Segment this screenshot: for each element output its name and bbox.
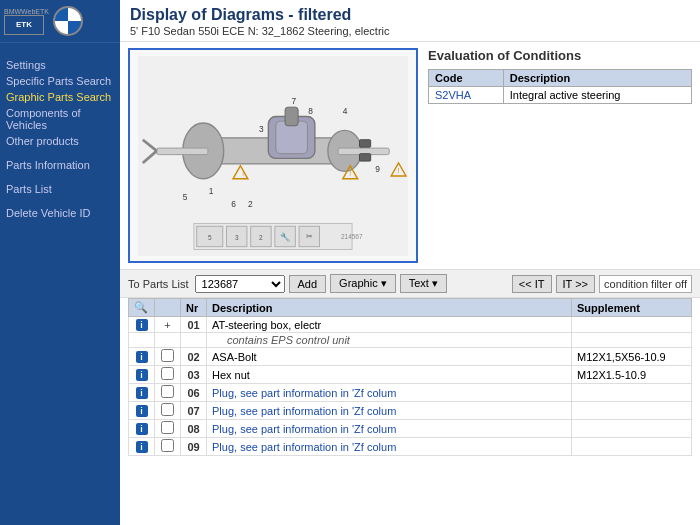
info-icon[interactable]: i: [136, 387, 148, 399]
part-nr: 07: [181, 402, 207, 420]
info-icon-cell: i: [129, 438, 155, 456]
sidebar: BMWWebETK ETK Settings Specific Parts Se…: [0, 0, 120, 525]
part-description: AT-steering box, electr: [207, 317, 572, 333]
col-supplement: Supplement: [572, 299, 692, 317]
part-supplement: [572, 384, 692, 402]
evaluation-panel: Evaluation of Conditions Code Descriptio…: [428, 48, 692, 263]
sidebar-item-components-of-vehicles[interactable]: Components of Vehicles: [0, 105, 120, 133]
checkbox-cell[interactable]: [155, 348, 181, 366]
main-content: Display of Diagrams - filtered 5' F10 Se…: [120, 0, 700, 525]
info-icon-cell: i: [129, 420, 155, 438]
row-checkbox[interactable]: [161, 367, 174, 380]
checkbox-cell[interactable]: [155, 366, 181, 384]
condition-filter: condition filter off: [599, 275, 692, 293]
table-row: i 03 Hex nut M12X1.5-10.9: [129, 366, 692, 384]
eval-col-description: Description: [503, 70, 691, 87]
checkbox-cell[interactable]: [155, 438, 181, 456]
svg-text:!: !: [349, 170, 351, 177]
row-checkbox[interactable]: [161, 439, 174, 452]
part-nr: 01: [181, 317, 207, 333]
checkbox-cell[interactable]: [155, 420, 181, 438]
part-description: Hex nut: [207, 366, 572, 384]
svg-rect-12: [360, 153, 371, 160]
diagram-image[interactable]: 7 8 3 5 1 6 2 9 4 ! ! !: [128, 48, 418, 263]
toolbar: To Parts List 123687 Add Graphic ▾ Text …: [120, 269, 700, 298]
table-row: i 07 Plug, see part information in 'Zf c…: [129, 402, 692, 420]
parts-table: 🔍 Nr Description Supplement i +: [128, 298, 692, 456]
table-row: i 08 Plug, see part information in 'Zf c…: [129, 420, 692, 438]
info-icon[interactable]: i: [136, 423, 148, 435]
nav-right-button[interactable]: IT >>: [556, 275, 595, 293]
nav-left-button[interactable]: << IT: [512, 275, 552, 293]
checkbox-cell[interactable]: [155, 384, 181, 402]
svg-text:1: 1: [209, 185, 214, 195]
info-icon[interactable]: i: [136, 351, 148, 363]
page-subtitle: 5' F10 Sedan 550i ECE N: 32_1862 Steerin…: [130, 25, 690, 37]
plus-icon[interactable]: +: [164, 319, 170, 331]
svg-rect-4: [157, 148, 208, 155]
sidebar-item-parts-list[interactable]: Parts List: [0, 181, 120, 197]
svg-text:5: 5: [183, 192, 188, 202]
logo-area: BMWWebETK ETK: [0, 0, 120, 43]
checkbox-cell: +: [155, 317, 181, 333]
part-supplement: [572, 402, 692, 420]
info-icon[interactable]: i: [136, 369, 148, 381]
etk-label: BMWWebETK: [4, 8, 49, 15]
parts-list-label: To Parts List: [128, 278, 189, 290]
svg-text:!: !: [242, 170, 244, 177]
evaluation-table: Code Description S2VHA Integral active s…: [428, 69, 692, 104]
part-supplement: M12X1.5-10.9: [572, 366, 692, 384]
part-description: Plug, see part information in 'Zf colum: [207, 438, 572, 456]
part-description: Plug, see part information in 'Zf colum: [207, 384, 572, 402]
row-checkbox[interactable]: [161, 385, 174, 398]
svg-text:3: 3: [235, 234, 239, 241]
parts-list-select[interactable]: 123687: [195, 275, 285, 293]
bmw-logo: [53, 6, 83, 36]
add-button[interactable]: Add: [289, 275, 327, 293]
table-sub-row: contains EPS control unit: [129, 333, 692, 348]
part-supplement: [572, 438, 692, 456]
parts-table-wrap: 🔍 Nr Description Supplement i +: [120, 298, 700, 456]
part-supplement: [572, 317, 692, 333]
part-nr: 03: [181, 366, 207, 384]
sidebar-item-other-products[interactable]: Other products: [0, 133, 120, 149]
eval-description: Integral active steering: [503, 87, 691, 104]
part-supplement: [572, 420, 692, 438]
row-checkbox[interactable]: [161, 349, 174, 362]
sidebar-item-parts-information[interactable]: Parts Information: [0, 157, 120, 173]
info-icon[interactable]: i: [136, 405, 148, 417]
svg-text:9: 9: [375, 164, 380, 174]
svg-text:🔧: 🔧: [280, 232, 291, 243]
table-row: i 06 Plug, see part information in 'Zf c…: [129, 384, 692, 402]
svg-text:3: 3: [259, 124, 264, 134]
col-nr: Nr: [181, 299, 207, 317]
info-icon[interactable]: i: [136, 319, 148, 331]
part-nr: 09: [181, 438, 207, 456]
part-nr: 08: [181, 420, 207, 438]
info-icon[interactable]: i: [136, 441, 148, 453]
sidebar-item-specific-parts-search[interactable]: Specific Parts Search: [0, 73, 120, 89]
part-nr: 06: [181, 384, 207, 402]
info-icon-cell: i: [129, 348, 155, 366]
svg-text:8: 8: [308, 105, 313, 115]
row-checkbox[interactable]: [161, 403, 174, 416]
page-title: Display of Diagrams - filtered: [130, 6, 690, 24]
part-nr: 02: [181, 348, 207, 366]
info-icon-cell: i: [129, 366, 155, 384]
graphic-button[interactable]: Graphic ▾: [330, 274, 396, 293]
svg-text:6: 6: [231, 198, 236, 208]
part-description: Plug, see part information in 'Zf colum: [207, 402, 572, 420]
sidebar-item-delete-vehicle-id[interactable]: Delete Vehicle ID: [0, 205, 120, 221]
etk-box: ETK: [4, 15, 44, 35]
col-description: Description: [207, 299, 572, 317]
info-icon-cell: i: [129, 402, 155, 420]
sidebar-nav: Settings Specific Parts Search Graphic P…: [0, 43, 120, 227]
eval-code-s2vha[interactable]: S2VHA: [429, 87, 504, 104]
sidebar-item-graphic-parts-search[interactable]: Graphic Parts Search: [0, 89, 120, 105]
svg-text:2: 2: [259, 234, 263, 241]
text-button[interactable]: Text ▾: [400, 274, 447, 293]
col-check: [155, 299, 181, 317]
sidebar-item-settings[interactable]: Settings: [0, 57, 120, 73]
checkbox-cell[interactable]: [155, 402, 181, 420]
row-checkbox[interactable]: [161, 421, 174, 434]
